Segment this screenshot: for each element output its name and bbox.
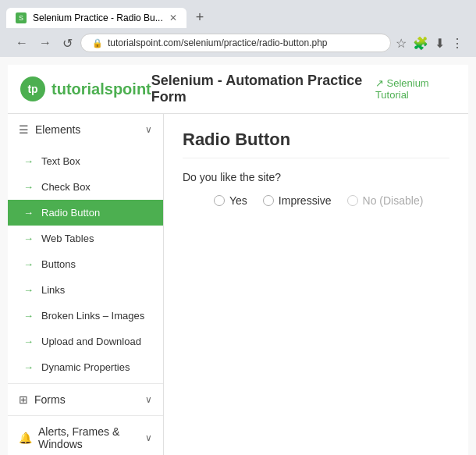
forward-button[interactable]: → bbox=[36, 34, 55, 52]
forms-label: Forms bbox=[34, 393, 66, 406]
forms-chevron-icon: ∨ bbox=[145, 394, 152, 405]
tab-favicon: S bbox=[16, 12, 27, 23]
radio-label-impressive: Impressive bbox=[279, 194, 332, 207]
site-header: tp tutorialspoint Selenium - Automation … bbox=[8, 65, 468, 114]
back-button[interactable]: ← bbox=[12, 34, 31, 52]
radio-input-impressive[interactable] bbox=[263, 195, 274, 206]
sidebar-header-forms[interactable]: ⊞ Forms ∨ bbox=[8, 384, 163, 415]
radio-label-no: No (Disable) bbox=[363, 194, 424, 207]
address-text: tutorialspoint.com/selenium/practice/rad… bbox=[108, 37, 327, 48]
sidebar-section-elements: ☰ Elements ∨ → Text Box → Check Box bbox=[8, 114, 163, 384]
elements-chevron-icon: ∨ bbox=[145, 124, 152, 135]
radio-option-impressive[interactable]: Impressive bbox=[263, 194, 332, 207]
sidebar-item-label: Buttons bbox=[41, 258, 76, 270]
question-text: Do you like the site? bbox=[183, 171, 449, 183]
logo-area: tp tutorialspoint bbox=[20, 76, 151, 101]
arrow-icon: → bbox=[23, 207, 34, 219]
arrow-icon: → bbox=[23, 155, 34, 167]
sidebar-header-elements[interactable]: ☰ Elements ∨ bbox=[8, 114, 163, 145]
content-area: Radio Button Do you like the site? Yes I… bbox=[164, 114, 468, 455]
alerts-chevron-icon: ∨ bbox=[145, 432, 152, 443]
sidebar-item-radiobutton[interactable]: → Radio Button bbox=[8, 200, 163, 226]
radio-option-no: No (Disable) bbox=[347, 194, 424, 207]
content-title: Radio Button bbox=[183, 130, 449, 158]
page-title: Selenium - Automation Practice Form bbox=[151, 73, 375, 105]
alerts-bell-icon: 🔔 bbox=[19, 432, 32, 444]
browser-tab[interactable]: S Selenium Practice - Radio Bu... ✕ bbox=[6, 8, 186, 28]
hamburger-icon: ☰ bbox=[19, 123, 29, 136]
sidebar-item-label: Check Box bbox=[41, 181, 91, 193]
radio-label-yes: Yes bbox=[229, 194, 247, 207]
lock-icon: 🔒 bbox=[92, 38, 103, 48]
sidebar-item-dynamicproperties[interactable]: → Dynamic Properties bbox=[8, 354, 163, 380]
arrow-icon: → bbox=[23, 284, 34, 296]
sidebar-item-label: Web Tables bbox=[41, 233, 94, 244]
radio-input-no bbox=[347, 195, 358, 206]
arrow-icon: → bbox=[23, 361, 34, 373]
sidebar-item-label: Broken Links – Images bbox=[41, 310, 144, 322]
arrow-icon: → bbox=[23, 336, 34, 347]
tutorial-link[interactable]: ↗ Selenium Tutorial bbox=[375, 77, 456, 101]
extensions-icon[interactable]: 🧩 bbox=[413, 36, 428, 51]
sidebar-item-label: Dynamic Properties bbox=[41, 361, 130, 373]
elements-items: → Text Box → Check Box → Radio Button → … bbox=[8, 145, 163, 383]
radio-input-yes[interactable] bbox=[214, 195, 225, 206]
address-bar[interactable]: 🔒 tutorialspoint.com/selenium/practice/r… bbox=[80, 34, 391, 52]
logo-icon: tp bbox=[20, 76, 45, 101]
sidebar-item-brokenlinks[interactable]: → Broken Links – Images bbox=[8, 303, 163, 329]
arrow-icon: → bbox=[23, 258, 34, 270]
radio-option-yes[interactable]: Yes bbox=[214, 194, 247, 207]
sidebar-item-webtables[interactable]: → Web Tables bbox=[8, 226, 163, 251]
alerts-label: Alerts, Frames & Windows bbox=[38, 425, 145, 450]
sidebar: ☰ Elements ∨ → Text Box → Check Box bbox=[8, 114, 164, 455]
sidebar-item-textbox[interactable]: → Text Box bbox=[8, 148, 163, 174]
arrow-icon: → bbox=[23, 181, 34, 193]
sidebar-section-forms: ⊞ Forms ∨ bbox=[8, 384, 163, 416]
sidebar-item-label: Links bbox=[41, 284, 65, 296]
reload-button[interactable]: ↺ bbox=[59, 34, 76, 52]
radio-options: Yes Impressive No (Disable) bbox=[183, 194, 449, 207]
bookmark-icon[interactable]: ☆ bbox=[396, 36, 407, 51]
sidebar-item-upload[interactable]: → Upload and Download bbox=[8, 329, 163, 354]
sidebar-item-label: Upload and Download bbox=[41, 336, 141, 347]
arrow-icon: → bbox=[23, 310, 34, 322]
download-icon[interactable]: ⬇ bbox=[435, 36, 445, 51]
sidebar-item-label: Text Box bbox=[41, 155, 80, 167]
tab-title: Selenium Practice - Radio Bu... bbox=[33, 12, 163, 23]
sidebar-item-checkbox[interactable]: → Check Box bbox=[8, 174, 163, 200]
new-tab-button[interactable]: + bbox=[190, 6, 211, 29]
elements-label: Elements bbox=[35, 123, 80, 136]
sidebar-header-alerts[interactable]: 🔔 Alerts, Frames & Windows ∨ bbox=[8, 416, 163, 455]
logo-text: tutorialspoint bbox=[52, 80, 151, 98]
menu-icon[interactable]: ⋮ bbox=[451, 36, 464, 51]
forms-grid-icon: ⊞ bbox=[19, 393, 28, 406]
sidebar-section-alerts: 🔔 Alerts, Frames & Windows ∨ bbox=[8, 416, 163, 455]
sidebar-item-buttons[interactable]: → Buttons bbox=[8, 251, 163, 277]
arrow-icon: → bbox=[23, 233, 34, 244]
sidebar-item-label: Radio Button bbox=[41, 207, 100, 219]
tab-close-button[interactable]: ✕ bbox=[169, 12, 177, 23]
sidebar-item-links[interactable]: → Links bbox=[8, 277, 163, 303]
